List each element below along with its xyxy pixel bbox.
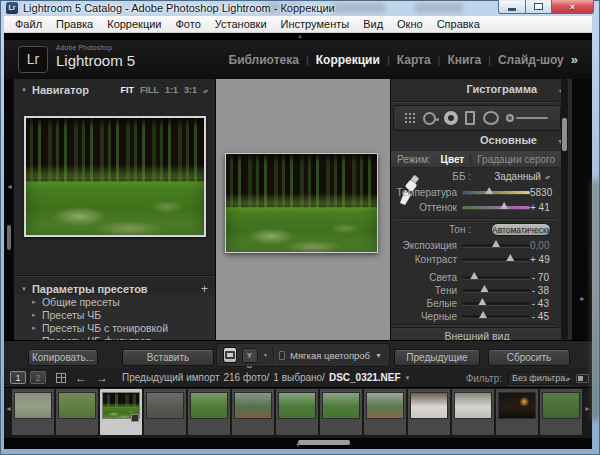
expand-triangle-icon[interactable]: ► [31, 325, 37, 331]
toolbar-options-dropdown-icon[interactable]: ▼ [375, 352, 382, 359]
navigator-header[interactable]: ▼ Навигатор FITFILL1:13:1▴▾ [14, 81, 215, 99]
slider-value[interactable]: 5830 [530, 187, 552, 198]
zoom-level-option[interactable]: FIT [120, 85, 134, 95]
collapse-triangle-icon[interactable]: ▼ [21, 286, 27, 292]
right-panel-collapse-arrow[interactable]: ► [579, 295, 586, 303]
module-tab[interactable]: Книга [447, 53, 481, 67]
zoom-level-option[interactable]: 1:1 [165, 85, 178, 95]
slider-thumb[interactable] [506, 254, 514, 261]
slider-value[interactable]: - 43 [530, 298, 549, 309]
filmstrip-scroll-left-arrow[interactable]: ◄ [5, 405, 12, 413]
menu-item[interactable]: Файл [8, 16, 49, 33]
reset-button[interactable]: Сбросить [488, 349, 570, 366]
filter-toggle-switch[interactable] [576, 374, 589, 383]
module-tab[interactable]: Коррекции [316, 53, 380, 67]
loupe-view-button[interactable] [223, 347, 237, 363]
slider-track[interactable] [462, 315, 530, 318]
grid-view-icon[interactable] [56, 373, 66, 383]
before-after-button[interactable]: Y Y [242, 348, 258, 363]
module-overflow-chevron[interactable]: » [571, 52, 578, 67]
slider-thumb[interactable] [470, 272, 478, 279]
slider-track[interactable] [462, 302, 530, 305]
primary-screen-button[interactable]: 1 [10, 371, 26, 384]
filmstrip-breadcrumb[interactable]: Предыдущий импорт 216 фото/ 1 выбрано/ D… [122, 372, 411, 383]
minimize-button[interactable] [498, 0, 526, 14]
basic-panel-header[interactable]: Основные [391, 134, 557, 150]
module-tab[interactable]: Библиотека [229, 53, 299, 67]
copy-button[interactable]: Копировать... [28, 349, 98, 366]
menu-item[interactable]: Справка [430, 16, 487, 33]
filmstrip-thumbnail[interactable] [276, 389, 318, 435]
treatment-grayscale-option[interactable]: Градации серого [477, 154, 555, 165]
soft-proof-checkbox[interactable] [279, 351, 286, 360]
filmstrip-thumbnail[interactable] [452, 389, 494, 435]
slider-thumb[interactable] [478, 298, 486, 305]
slider-value[interactable]: 0,00 [530, 240, 549, 251]
slider-thumb[interactable] [485, 187, 493, 194]
white-balance-value[interactable]: Заданный [494, 171, 541, 182]
menu-item[interactable]: Вид [356, 16, 390, 33]
maximize-button[interactable] [526, 0, 552, 14]
left-panel-scrollbar[interactable] [7, 225, 11, 250]
menu-item[interactable]: Коррекции [100, 16, 168, 33]
filmstrip-thumbnail[interactable] [408, 389, 450, 435]
filmstrip-thumbnail[interactable] [144, 389, 186, 435]
menu-item[interactable]: Окно [390, 16, 430, 33]
zoom-level-option[interactable]: FILL [140, 85, 159, 95]
presence-section-header[interactable]: Внешний вид [391, 327, 563, 340]
previous-photo-arrow[interactable]: ← [75, 372, 87, 384]
auto-tone-button[interactable]: Автоматически [491, 223, 551, 236]
paste-button[interactable]: Вставить [122, 349, 214, 366]
right-panel-scrollbar[interactable] [561, 79, 568, 340]
slider-track[interactable] [462, 289, 530, 292]
treatment-color-option[interactable]: Цвет [441, 154, 465, 165]
navigator-preview[interactable] [24, 116, 206, 237]
filmstrip-thumbnail[interactable] [12, 389, 54, 435]
slider-track[interactable] [462, 258, 530, 261]
slider-value[interactable]: - 38 [530, 285, 549, 296]
slider-track[interactable] [462, 191, 530, 194]
collapse-triangle-icon[interactable]: ▼ [21, 87, 27, 93]
preset-folder[interactable]: ►Пресеты ЧБ [14, 308, 216, 321]
red-eye-icon[interactable] [444, 111, 458, 125]
module-tab[interactable]: Карта [397, 53, 431, 67]
adjustment-brush-icon[interactable] [506, 111, 550, 125]
filmstrip-hide-arrow[interactable]: ▼ [290, 442, 306, 448]
slider-value[interactable]: - 70 [530, 272, 549, 283]
expand-triangle-icon[interactable]: ► [31, 312, 37, 318]
secondary-screen-button[interactable]: 2 [30, 371, 46, 384]
radial-filter-icon[interactable] [483, 111, 499, 125]
slider-thumb[interactable] [492, 240, 500, 247]
title-bar[interactable]: Lr Lightroom 5 Catalog - Adobe Photoshop… [0, 0, 600, 16]
filmstrip-thumbnail[interactable] [188, 389, 230, 435]
next-photo-arrow[interactable]: → [96, 372, 108, 384]
slider-track[interactable] [462, 244, 530, 247]
before-after-dropdown-icon[interactable]: ▼ [263, 352, 268, 358]
breadcrumb-dropdown-icon[interactable]: ▼ [405, 375, 411, 381]
slider-thumb[interactable] [479, 311, 487, 318]
crop-overlay-icon[interactable] [404, 112, 416, 124]
preset-folder[interactable]: ►Общие пресеты [14, 295, 216, 308]
expand-triangle-icon[interactable]: ► [31, 299, 37, 305]
menu-item[interactable]: Инструменты [274, 16, 357, 33]
filmstrip-thumbnail[interactable] [100, 389, 142, 435]
filmstrip-thumbnail[interactable] [364, 389, 406, 435]
spot-removal-icon[interactable] [423, 112, 436, 125]
slider-thumb[interactable] [500, 202, 508, 209]
filter-dropdown[interactable]: Без фильтра ▴▾ [508, 372, 570, 385]
slider-track[interactable] [462, 276, 530, 279]
graduated-filter-icon[interactable] [465, 111, 475, 125]
slider-value[interactable]: + 41 [530, 202, 550, 213]
slider-track[interactable] [462, 206, 530, 209]
preset-folder[interactable]: ►Пресеты ЧБ с тонировкой [14, 321, 216, 334]
slider-value[interactable]: + 49 [530, 254, 550, 265]
zoom-level-option[interactable]: 3:1 [184, 85, 197, 95]
top-panel-reveal-arrow[interactable]: ▲ [292, 33, 308, 40]
filmstrip-thumbnail[interactable] [540, 389, 582, 435]
scrollbar-thumb[interactable] [562, 118, 567, 151]
filmstrip-scroll-right-arrow[interactable]: ► [584, 405, 591, 413]
histogram-header[interactable]: Гистограмма [391, 83, 557, 99]
add-preset-button[interactable]: + [201, 284, 208, 294]
slider-value[interactable]: - 45 [530, 311, 549, 322]
filmstrip-thumbnail[interactable] [320, 389, 362, 435]
